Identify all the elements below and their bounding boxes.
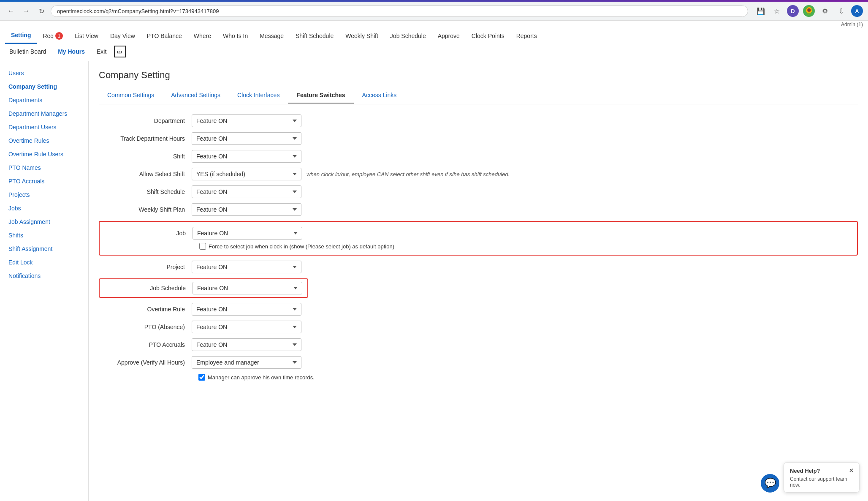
help-avatar[interactable]: 💬 xyxy=(761,474,779,493)
select-track-dept-hours[interactable]: Feature ON Feature OFF xyxy=(192,132,301,145)
sidebar-item-projects[interactable]: Projects xyxy=(0,188,88,201)
form-row-approve: Approve (Verify All Hours) Employee and … xyxy=(99,356,858,369)
tabs: Common Settings Advanced Settings Clock … xyxy=(99,87,858,104)
label-track-dept-hours: Track Department Hours xyxy=(99,135,192,142)
form-row-department: Department Feature ON Feature OFF xyxy=(99,114,858,127)
extension-icon-flower[interactable]: 🌻 xyxy=(803,5,815,17)
help-close-button[interactable]: × xyxy=(849,467,853,474)
url-bar[interactable] xyxy=(51,5,748,17)
label-shift: Shift xyxy=(99,153,192,160)
select-project[interactable]: Feature ON Feature OFF xyxy=(192,261,301,273)
sidebar-item-edit-lock[interactable]: Edit Lock xyxy=(0,256,88,269)
label-weekly-shift-plan: Weekly Shift Plan xyxy=(99,206,192,213)
select-allow-select-shift[interactable]: YES (if scheduled) YES (always) NO xyxy=(192,168,301,180)
back-button[interactable]: ← xyxy=(5,5,17,17)
tab-feature-switches[interactable]: Feature Switches xyxy=(288,87,353,104)
form-row-allow-select-shift: Allow Select Shift YES (if scheduled) YE… xyxy=(99,168,858,180)
tab-access-links[interactable]: Access Links xyxy=(354,87,405,104)
browser-bar: ← → ↻ 💾 ☆ D 🌻 ⚙ ⇩ A xyxy=(0,2,868,21)
select-pto-accruals[interactable]: Feature ON Feature OFF xyxy=(192,338,301,351)
app-body: Users Company Setting Departments Depart… xyxy=(0,61,868,501)
label-department: Department xyxy=(99,117,192,124)
select-job[interactable]: Feature ON Feature OFF xyxy=(193,227,302,240)
label-project: Project xyxy=(99,264,192,270)
label-shift-schedule: Shift Schedule xyxy=(99,188,192,195)
select-approve[interactable]: Employee and manager Manager only Employ… xyxy=(192,356,301,369)
sidebar-item-department-managers[interactable]: Department Managers xyxy=(0,107,88,120)
sidebar-item-pto-accruals[interactable]: PTO Accruals xyxy=(0,174,88,188)
label-pto-absence: PTO (Absence) xyxy=(99,324,192,330)
page-title: Company Setting xyxy=(99,70,858,81)
nav-setting[interactable]: Setting xyxy=(5,27,37,44)
nav-my-hours[interactable]: My Hours xyxy=(54,46,89,57)
nav-reports[interactable]: Reports xyxy=(510,28,543,44)
select-weekly-shift-plan[interactable]: Feature ON Feature OFF xyxy=(192,203,301,216)
sidebar-item-overtime-rule-users[interactable]: Overtime Rule Users xyxy=(0,147,88,161)
star-icon[interactable]: ☆ xyxy=(771,5,783,17)
help-text: Contact our support team now. xyxy=(790,476,853,488)
select-shift-schedule[interactable]: Feature ON Feature OFF xyxy=(192,185,301,198)
reload-button[interactable]: ↻ xyxy=(35,5,47,17)
admin-label: Admin (1) xyxy=(0,21,868,27)
sidebar-item-notifications[interactable]: Notifications xyxy=(0,269,88,283)
manager-approve-checkbox[interactable] xyxy=(198,374,205,381)
nav-bulletin-board[interactable]: Bulletin Board xyxy=(5,46,50,57)
nav-job-schedule[interactable]: Job Schedule xyxy=(384,28,432,44)
nav-weekly-shift[interactable]: Weekly Shift xyxy=(339,28,384,44)
tab-common-settings[interactable]: Common Settings xyxy=(99,87,163,104)
sidebar-item-overtime-rules[interactable]: Overtime Rules xyxy=(0,134,88,147)
sidebar-item-job-assignment[interactable]: Job Assignment xyxy=(0,215,88,229)
form-row-track-dept-hours: Track Department Hours Feature ON Featur… xyxy=(99,132,858,145)
form-row-project: Project Feature ON Feature OFF xyxy=(99,261,858,273)
label-job: Job xyxy=(100,230,193,237)
extension-icon-d[interactable]: D xyxy=(787,5,799,17)
nav-where[interactable]: Where xyxy=(188,28,217,44)
nav-shift-schedule[interactable]: Shift Schedule xyxy=(290,28,339,44)
select-job-schedule[interactable]: Feature ON Feature OFF xyxy=(193,282,302,294)
job-force-label: Force to select job when clock in (show … xyxy=(209,243,394,250)
job-force-checkbox[interactable] xyxy=(199,243,206,250)
fullscreen-icon[interactable]: ⦻ xyxy=(114,46,126,57)
nav-message[interactable]: Message xyxy=(254,28,290,44)
help-widget-header: Need Help? × xyxy=(790,467,853,474)
nav-who-is-in[interactable]: Who Is In xyxy=(217,28,254,44)
sidebar-item-company-setting[interactable]: Company Setting xyxy=(0,80,88,93)
select-overtime-rule[interactable]: Feature ON Feature OFF xyxy=(192,303,301,316)
sidebar-item-jobs[interactable]: Jobs xyxy=(0,201,88,215)
sidebar-item-shift-assignment[interactable]: Shift Assignment xyxy=(0,242,88,256)
download-icon[interactable]: ⇩ xyxy=(835,5,847,17)
forward-button[interactable]: → xyxy=(20,5,32,17)
nav-exit[interactable]: Exit xyxy=(92,46,111,57)
select-shift[interactable]: Feature ON Feature OFF xyxy=(192,150,301,163)
sidebar-item-department-users[interactable]: Department Users xyxy=(0,120,88,134)
nav-clock-points[interactable]: Clock Points xyxy=(466,28,510,44)
extensions-icon[interactable]: ⚙ xyxy=(819,5,831,17)
nav-req[interactable]: Req 1 xyxy=(37,28,69,44)
form-row-pto-absence: PTO (Absence) Feature ON Feature OFF xyxy=(99,321,858,333)
save-icon[interactable]: 💾 xyxy=(755,5,767,17)
label-approve: Approve (Verify All Hours) xyxy=(99,359,192,366)
form-row-pto-accruals: PTO Accruals Feature ON Feature OFF xyxy=(99,338,858,351)
form-row-weekly-shift-plan: Weekly Shift Plan Feature ON Feature OFF xyxy=(99,203,858,216)
tab-clock-interfaces[interactable]: Clock Interfaces xyxy=(229,87,288,104)
browser-icons: 💾 ☆ D 🌻 ⚙ ⇩ A xyxy=(755,5,863,17)
sidebar-item-shifts[interactable]: Shifts xyxy=(0,229,88,242)
help-title: Need Help? xyxy=(790,468,820,474)
nav-list-view[interactable]: List View xyxy=(69,28,104,44)
sidebar-item-pto-names[interactable]: PTO Names xyxy=(0,161,88,174)
nav-day-view[interactable]: Day View xyxy=(104,28,141,44)
select-department[interactable]: Feature ON Feature OFF xyxy=(192,114,301,127)
help-widget: Need Help? × Contact our support team no… xyxy=(784,462,860,493)
main-content: Company Setting Common Settings Advanced… xyxy=(89,61,868,501)
form-row-shift-schedule: Shift Schedule Feature ON Feature OFF xyxy=(99,185,858,198)
nav-approve[interactable]: Approve xyxy=(432,28,466,44)
sidebar-item-users[interactable]: Users xyxy=(0,66,88,80)
nav-pto-balance[interactable]: PTO Balance xyxy=(141,28,188,44)
tab-advanced-settings[interactable]: Advanced Settings xyxy=(163,87,229,104)
profile-avatar[interactable]: A xyxy=(851,5,863,17)
nav-top: Setting Req 1 List View Day View PTO Bal… xyxy=(0,27,868,44)
job-schedule-highlight-box: Job Schedule Feature ON Feature OFF xyxy=(99,278,308,298)
nav-bottom: Bulletin Board My Hours Exit ⦻ xyxy=(0,44,868,61)
select-pto-absence[interactable]: Feature ON Feature OFF xyxy=(192,321,301,333)
sidebar-item-departments[interactable]: Departments xyxy=(0,93,88,107)
